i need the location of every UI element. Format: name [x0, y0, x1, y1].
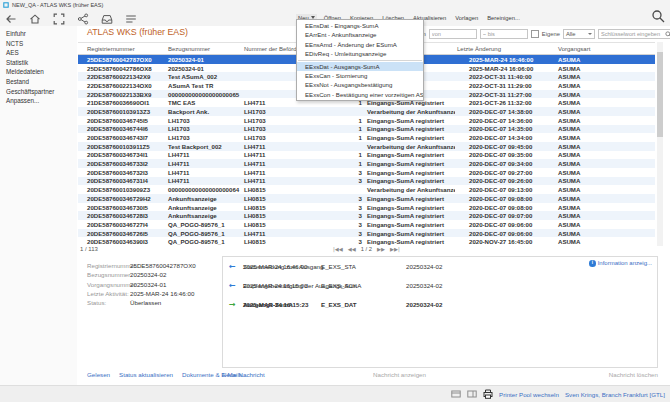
table-row[interactable]: 20DE587600346730I5AnkunftsanzeigeLH08153…: [78, 203, 655, 212]
sidebar-item-aes[interactable]: AES: [0, 48, 77, 58]
keyword-search-input[interactable]: [598, 29, 670, 39]
cell-bezugsnummer: LH4711: [164, 177, 240, 184]
sidebar-item-meldedateien[interactable]: Meldedateien: [0, 67, 77, 77]
column-header-5[interactable]: Letzte Änderung: [455, 46, 552, 52]
delete-message-link[interactable]: Nachricht löschen: [609, 371, 658, 378]
table-row[interactable]: 20DE587600103913Z3Backport Ank.LH1703Ver…: [78, 107, 655, 116]
menu-option-eensamd[interactable]: EEnsAmd - Änderung der ESumA: [297, 40, 423, 49]
column-header-6[interactable]: Vorgangsart: [552, 46, 649, 52]
table-row[interactable]: 20DE587600346729H2AnkunftsanzeigeLH08153…: [78, 194, 655, 203]
column-header-2[interactable]: Bezugsnummer: [164, 46, 240, 52]
filter-bar: m Eigene Alle: [421, 28, 670, 39]
show-message-link[interactable]: Nachricht anzeigen: [373, 371, 426, 378]
table-row[interactable]: 20DE587600103909Z3000000000000000000064L…: [78, 185, 655, 194]
table-row[interactable]: 20DE587600346732I3LH4711LH47113Eingangs-…: [78, 168, 655, 177]
menu-option-edivreq[interactable]: EDivReq - Umleitungsanzeige: [297, 49, 423, 58]
printer-pool-link[interactable]: Printer Pool wechseln: [499, 391, 559, 398]
cell-letzte-aenderung: 2021-OCT-26 11:32:00: [455, 99, 552, 106]
menu-option-earrent[interactable]: EArrEnt - Ankunftsanzeige: [297, 30, 423, 39]
cell-vorgangsart: ASUMA: [552, 160, 649, 167]
message-type: E_EXS_STA: [321, 263, 356, 270]
menu-option-eexsnot[interactable]: EExsNot - Ausgangsbestätigung: [297, 80, 423, 89]
table-row[interactable]: 20DE587600346728I3AnkunftsanzeigeLH08153…: [78, 211, 655, 220]
cell-befoerderungsnummer: LH0815: [240, 238, 340, 245]
detail-label: Letzte Aktivität:: [87, 290, 130, 297]
menu-option-eexscan[interactable]: EExsCan - Stornierung: [297, 71, 423, 80]
message-item[interactable]: ←2025-MAR-24 16:15:00E_EXS_ACK20250324-0…: [223, 282, 657, 301]
message-item[interactable]: ←2025-MAR-24 16:46:00E_EXS_STA20250324-0…: [223, 263, 657, 282]
layout-icon-1[interactable]: [451, 390, 461, 398]
cell-status: Verarbeitung der Ankunftsanzeige: [340, 186, 455, 193]
search-icon[interactable]: [665, 31, 670, 39]
search-icon[interactable]: [651, 9, 665, 23]
type-filter-select[interactable]: Alle: [563, 29, 595, 39]
home-icon[interactable]: [29, 11, 41, 23]
own-filter-checkbox[interactable]: [531, 30, 539, 38]
scrollbar-thumb[interactable]: [657, 52, 663, 137]
menu-option-eensdat[interactable]: EEnsDat - Eingangs-SumA: [297, 21, 423, 30]
status-count: 1: [340, 160, 362, 167]
menu-bereinigen[interactable]: Bereinigen...: [485, 14, 522, 22]
cell-befoerderungsnummer: LH1703: [240, 125, 340, 132]
next-page-icon[interactable]: ▶▶: [377, 246, 385, 252]
date-from-input[interactable]: [429, 29, 477, 39]
share-icon[interactable]: [77, 11, 89, 23]
table-row[interactable]: 20DE587600346745I5LH1703LH17031Eingangs-…: [78, 116, 655, 125]
fullscreen-icon[interactable]: [53, 11, 65, 23]
table-row[interactable]: 20DE587600346744I6LH1703LH17031Eingangs-…: [78, 125, 655, 134]
cell-bezugsnummer: QA_POGO-89576_1: [164, 230, 240, 237]
previous-page-icon[interactable]: ◀◀: [348, 246, 356, 252]
sidebar-item-ncts[interactable]: NCTS: [0, 39, 77, 49]
menu-option-eexscon[interactable]: EExsCon - Bestätigung einer vorzeitigen …: [297, 90, 423, 99]
status-count: 3: [340, 177, 362, 184]
layout-icon-2[interactable]: [467, 390, 477, 398]
status-text: Verarbeitung der Ankunftsanzeige: [367, 143, 455, 150]
table-row[interactable]: 20DE587600346731I4LH4711LH47113Eingangs-…: [78, 177, 655, 186]
message-description: Empfangsbestätigung der Ausgangs-SumA: [243, 282, 361, 289]
cell-status: 3Eingangs-SumA registriert: [340, 177, 455, 184]
table-row[interactable]: 20DE587600346727I4QA_POGO-89576_1LH08153…: [78, 220, 655, 229]
message-item[interactable]: →2025-MAR-24 16:15:23E_EXS_DAT20250324-0…: [223, 301, 657, 320]
back-icon[interactable]: [5, 11, 17, 23]
table-row[interactable]: 20DE587600346733I2LH4711LH47111Eingangs-…: [78, 159, 655, 168]
list-icon[interactable]: [125, 11, 137, 23]
menu-vorlagen[interactable]: Vorlagen: [453, 14, 480, 22]
table-row[interactable]: 20DE587600346743I7LH1703LH17031Eingangs-…: [78, 133, 655, 142]
cell-status: 1Eingangs-SumA registriert: [340, 160, 455, 167]
table-row[interactable]: 20DE587600346726I5QA_POGO-89576_1LH47113…: [78, 229, 655, 238]
sidebar-item-geschäftspartner[interactable]: Geschäftspartner: [0, 87, 77, 97]
menu-option-eexsdat[interactable]: EExsDat - Ausgangs-SumA: [297, 62, 423, 71]
cell-registriernummer: 25DE58760042786OX8: [78, 65, 164, 72]
sidebar-item-bestand[interactable]: Bestand: [0, 77, 77, 87]
new-message-link[interactable]: Neue Nachricht: [222, 371, 265, 378]
cell-bezugsnummer: Test Backport_002: [164, 143, 240, 150]
user-link[interactable]: Sven Krings, Branch Frankfurt [GTL]: [565, 391, 665, 398]
cell-letzte-aenderung: 2025-MAR-24 16:06:00: [455, 65, 552, 72]
last-page-icon[interactable]: ▶▶|: [390, 246, 400, 252]
cell-vorgangsart: ASUMA: [552, 125, 649, 132]
cell-bezugsnummer: 20250324-01: [164, 65, 240, 72]
sidebar-item-anpassen[interactable]: Anpassen...: [0, 96, 77, 106]
cell-befoerderungsnummer: LH0815: [240, 195, 340, 202]
toolbar-icons: [5, 11, 137, 23]
cell-vorgangsart: ASUMA: [552, 91, 649, 98]
table-row[interactable]: 20DE587600103911Z5Test Backport_002LH471…: [78, 142, 655, 151]
sidebar-item-statistik[interactable]: Statistik: [0, 58, 77, 68]
inbox-icon[interactable]: [101, 11, 113, 23]
detail-value: 20250324-02: [130, 271, 166, 278]
date-to-input[interactable]: [480, 29, 528, 39]
action-gelesen[interactable]: Gelesen: [87, 371, 110, 378]
column-header-1[interactable]: Registriernummer: [78, 46, 164, 52]
printer-icon[interactable]: [483, 389, 493, 399]
action-status-aktualisieren[interactable]: Status aktualisieren: [119, 371, 173, 378]
table-row[interactable]: 20DE587600346734I1LH4711LH47111Eingangs-…: [78, 151, 655, 160]
cell-registriernummer: 20DE587600346729H2: [78, 195, 164, 202]
vertical-scrollbar[interactable]: [657, 42, 663, 246]
page-indicator: 1 / 2: [361, 246, 372, 252]
table-row[interactable]: 20DE587600346390I3QA_POGO-89576_1LH08153…: [78, 237, 655, 246]
detail-value: 20250324-01: [130, 281, 166, 288]
sidebar-item-einfuhr[interactable]: Einfuhr: [0, 29, 77, 39]
chevron-down-icon: [588, 33, 592, 35]
cell-registriernummer: 20DE587600346733I2: [78, 160, 164, 167]
first-page-icon[interactable]: |◀◀: [333, 246, 343, 252]
